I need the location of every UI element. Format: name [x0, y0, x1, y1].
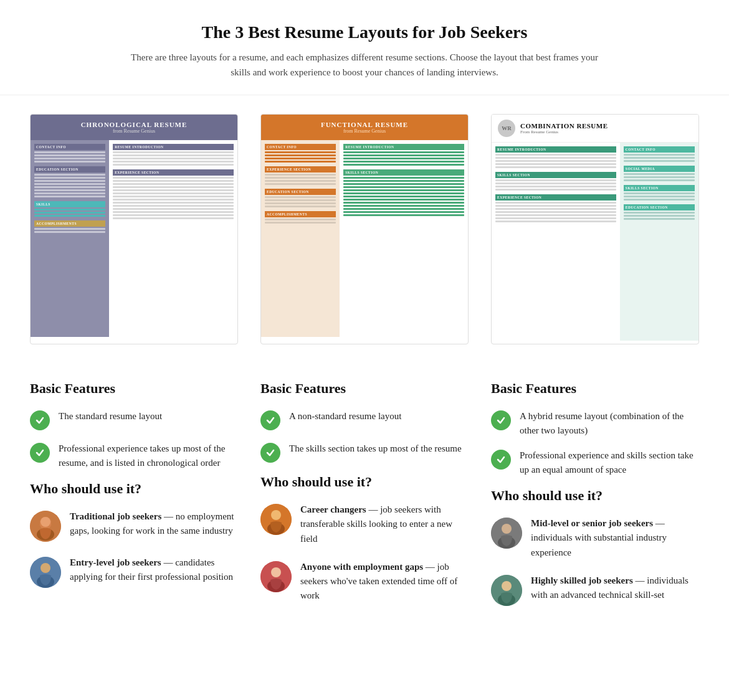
- chron-exp-title: EXPERIENCE SECTION: [113, 169, 234, 176]
- func-features-title: Basic Features: [260, 381, 469, 397]
- combo-who-label-1: Mid-level or senior job seekers: [531, 518, 653, 528]
- chron-who-1: Traditional job seekers — no employment …: [30, 509, 238, 542]
- features-column-combination: Basic Features A hybrid resume layout (c…: [480, 381, 710, 620]
- combo-social-section: SOCIAL MEDIA: [624, 166, 695, 181]
- func-resume-title: FUNCTIONAL RESUME: [267, 121, 462, 128]
- chron-accomplishments-section: ACCOMPLISHMENTS: [34, 220, 105, 233]
- chron-intro-title: RESUME INTRODUCTION: [113, 144, 234, 150]
- func-skills-title: SKILLS SECTION: [343, 169, 464, 176]
- column-functional: FUNCTIONAL RESUME from Resume Genius CON…: [249, 114, 480, 362]
- combo-resume-title: COMBINATION RESUME: [520, 122, 608, 130]
- func-education-title: EDUCATION SECTION: [265, 189, 336, 195]
- resume-thumb-functional[interactable]: FUNCTIONAL RESUME from Resume Genius CON…: [260, 114, 469, 344]
- chron-who-2: Entry-level job seekers — candidates app…: [30, 556, 238, 588]
- features-column-functional: Basic Features A non-standard resume lay…: [249, 381, 480, 620]
- chron-check-2: [30, 443, 50, 463]
- func-feature-2: The skills section takes up most of the …: [260, 442, 469, 463]
- chron-resume-header: CHRONOLOGICAL RESUME from Resume Genius: [31, 115, 237, 140]
- chron-skills-title: SKILLS: [34, 201, 105, 207]
- combo-contact-section: CONTACT INFO: [624, 146, 695, 162]
- combo-skills-right-title: SKILLS SECTION: [624, 185, 695, 191]
- page-title: The 3 Best Resume Layouts for Job Seeker…: [50, 22, 679, 42]
- func-resume-body: CONTACT INFO EXPERIENCE SECTION: [261, 140, 468, 337]
- func-feature-text-2: The skills section takes up most of the …: [289, 442, 462, 456]
- func-who-label-2: Anyone with employment gaps: [300, 562, 423, 572]
- features-column-chronological: Basic Features The standard resume layou…: [19, 381, 249, 620]
- combo-title-block: COMBINATION RESUME From Resume Genius: [520, 122, 608, 135]
- combo-check-2: [491, 450, 511, 470]
- combo-features-title: Basic Features: [491, 381, 699, 397]
- combo-who-2: Highly skilled job seekers — individuals…: [491, 574, 699, 606]
- combo-who-avatar-2: [491, 575, 522, 606]
- chron-who-label-2: Entry-level job seekers: [70, 557, 161, 567]
- svg-point-3: [40, 517, 50, 527]
- chron-who-avatar-2: [30, 557, 61, 588]
- chron-feature-text-1: The standard resume layout: [59, 409, 162, 423]
- chron-accomplishments-title: ACCOMPLISHMENTS: [34, 220, 105, 227]
- combo-skills-section: SKILLS SECTION: [495, 172, 616, 191]
- chron-resume-title: CHRONOLOGICAL RESUME: [37, 121, 231, 128]
- func-resume-subtitle: from Resume Genius: [267, 128, 462, 134]
- combo-left-panel: RESUME INTRODUCTION SKILLS SECTION: [492, 143, 620, 341]
- combo-contact-title: CONTACT INFO: [624, 146, 695, 153]
- func-who-avatar-2: [260, 561, 292, 592]
- func-who-text-2: Anyone with employment gaps — job seeker…: [300, 560, 469, 603]
- resume-thumb-combination[interactable]: WR COMBINATION RESUME From Resume Genius…: [491, 114, 699, 344]
- combo-intro-title: RESUME INTRODUCTION: [495, 146, 616, 153]
- func-intro-title: RESUME INTRODUCTION: [343, 144, 464, 150]
- func-who-1: Career changers — job seekers with trans…: [260, 503, 469, 546]
- svg-point-15: [502, 524, 512, 534]
- chron-check-1: [30, 410, 50, 430]
- chron-resume-body: CONTACT INFO EDUCATION SECTION: [31, 140, 237, 337]
- combo-skills-right-section: SKILLS SECTION: [624, 185, 695, 201]
- combo-resume-header: WR COMBINATION RESUME From Resume Genius: [492, 115, 698, 143]
- func-check-1: [260, 410, 280, 430]
- func-exp-title: EXPERIENCE SECTION: [265, 166, 336, 173]
- func-accomplishments-section: ACCOMPLISHMENTS: [265, 211, 336, 224]
- func-who-title: Who should use it?: [260, 474, 469, 490]
- chron-who-avatar-1: [30, 511, 61, 542]
- func-exp-section: EXPERIENCE SECTION: [265, 166, 336, 185]
- func-education-section: EDUCATION SECTION: [265, 189, 336, 207]
- combo-intro-section: RESUME INTRODUCTION: [495, 146, 616, 168]
- func-resume-header: FUNCTIONAL RESUME from Resume Genius: [261, 115, 468, 140]
- chron-skills-section: SKILLS: [34, 201, 105, 217]
- func-right-panel: RESUME INTRODUCTION SKILLS SECTION: [340, 140, 468, 337]
- svg-point-18: [502, 581, 512, 591]
- combo-feature-1: A hybrid resume layout (combination of t…: [491, 409, 699, 437]
- combo-who-1: Mid-level or senior job seekers — indivi…: [491, 516, 699, 560]
- func-accomplishments-title: ACCOMPLISHMENTS: [265, 211, 336, 217]
- chron-contact-title: CONTACT INFO: [34, 144, 105, 150]
- combo-feature-2: Professional experience and skills secti…: [491, 448, 699, 476]
- func-who-label-1: Career changers: [300, 504, 366, 514]
- chron-exp-section: EXPERIENCE SECTION: [113, 169, 234, 219]
- resume-thumbnails-row: CHRONOLOGICAL RESUME from Resume Genius …: [0, 95, 729, 362]
- combo-who-avatar-1: [491, 518, 522, 549]
- combo-exp-title: EXPERIENCE SECTION: [495, 194, 616, 201]
- chron-education-title: EDUCATION SECTION: [34, 166, 105, 173]
- combo-skills-title: SKILLS SECTION: [495, 172, 616, 178]
- combo-who-text-2: Highly skilled job seekers — individuals…: [531, 574, 699, 603]
- resume-thumb-chronological[interactable]: CHRONOLOGICAL RESUME from Resume Genius …: [30, 114, 238, 344]
- chron-feature-1: The standard resume layout: [30, 409, 238, 430]
- combo-who-label-2: Highly skilled job seekers: [531, 575, 633, 585]
- chron-left-panel: CONTACT INFO EDUCATION SECTION: [31, 140, 109, 337]
- func-feature-text-1: A non-standard resume layout: [289, 409, 401, 423]
- func-who-text-1: Career changers — job seekers with trans…: [300, 503, 469, 546]
- svg-point-6: [40, 563, 50, 573]
- func-who-2: Anyone with employment gaps — job seeker…: [260, 560, 469, 603]
- column-chronological: CHRONOLOGICAL RESUME from Resume Genius …: [19, 114, 249, 362]
- func-contact-title: CONTACT INFO: [265, 144, 336, 150]
- chron-who-title: Who should use it?: [30, 481, 238, 497]
- func-feature-1: A non-standard resume layout: [260, 409, 469, 430]
- chron-contact-section: CONTACT INFO: [34, 144, 105, 163]
- combo-feature-text-2: Professional experience and skills secti…: [520, 448, 699, 476]
- page-header: The 3 Best Resume Layouts for Job Seeker…: [0, 0, 729, 95]
- func-intro-section: RESUME INTRODUCTION: [343, 144, 464, 166]
- combo-avatar: WR: [498, 120, 515, 137]
- combo-exp-section: EXPERIENCE SECTION: [495, 194, 616, 222]
- combo-social-title: SOCIAL MEDIA: [624, 166, 695, 172]
- func-check-2: [260, 443, 280, 463]
- combo-resume-subtitle: From Resume Genius: [520, 130, 608, 135]
- combo-resume-body: RESUME INTRODUCTION SKILLS SECTION: [492, 143, 698, 341]
